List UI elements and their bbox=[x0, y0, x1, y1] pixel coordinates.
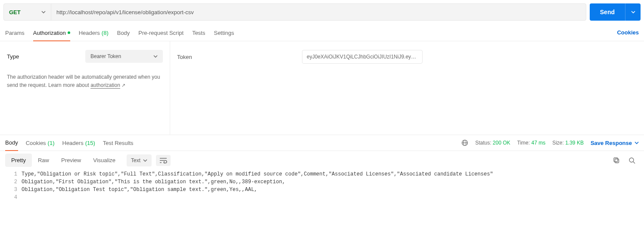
send-dropdown-button[interactable] bbox=[625, 3, 641, 21]
wrap-icon bbox=[159, 157, 167, 163]
tab-body[interactable]: Body bbox=[117, 25, 130, 41]
cookies-link[interactable]: Cookies bbox=[617, 24, 639, 41]
svg-point-7 bbox=[629, 158, 634, 162]
code-line bbox=[22, 194, 644, 201]
save-response-button[interactable]: Save Response bbox=[591, 140, 639, 146]
view-mode-pretty[interactable]: Pretty bbox=[5, 154, 32, 167]
tab-settings[interactable]: Settings bbox=[214, 25, 234, 41]
authorization-doc-link[interactable]: authorization bbox=[90, 82, 120, 89]
code-line: Type,"Obligation or Risk topic","Full Te… bbox=[22, 170, 644, 178]
auth-type-value: Bearer Token bbox=[90, 53, 121, 59]
external-link-icon: ↗ bbox=[121, 83, 125, 88]
chevron-down-icon bbox=[153, 55, 158, 58]
line-gutter: 1 2 3 4 bbox=[0, 170, 22, 201]
token-label: Token bbox=[177, 54, 302, 60]
auth-type-label: Type bbox=[7, 53, 19, 60]
chevron-down-icon bbox=[631, 11, 635, 13]
view-mode-visualize[interactable]: Visualize bbox=[87, 154, 121, 167]
view-mode-preview[interactable]: Preview bbox=[55, 154, 87, 167]
response-tab-headers[interactable]: Headers (15) bbox=[62, 135, 95, 151]
response-tab-test-results[interactable]: Test Results bbox=[103, 135, 134, 151]
svg-rect-5 bbox=[615, 159, 619, 163]
status-block: Status: 200 OK bbox=[475, 140, 510, 146]
active-indicator-icon bbox=[68, 31, 70, 34]
time-block: Time: 47 ms bbox=[517, 140, 546, 146]
response-body[interactable]: 1 2 3 4 Type,"Obligation or Risk topic",… bbox=[0, 169, 644, 202]
tab-tests[interactable]: Tests bbox=[192, 25, 205, 41]
token-input[interactable]: eyJ0eXAiOiJKV1QiLCJhbGciOiJIUzI1NiJ9.ey… bbox=[302, 50, 423, 64]
request-url-text: http://localhost/repo/api/v1/license/obl… bbox=[56, 9, 194, 15]
svg-line-8 bbox=[633, 162, 635, 163]
size-block: Size: 1.39 KB bbox=[552, 140, 584, 146]
response-tab-cookies[interactable]: Cookies (1) bbox=[26, 135, 55, 151]
http-method-value: GET bbox=[9, 9, 21, 15]
auth-type-select[interactable]: Bearer Token bbox=[85, 50, 163, 63]
token-value: eyJ0eXAiOiJKV1QiLCJhbGciOiJIUzI1NiJ9.ey… bbox=[307, 54, 416, 60]
code-lines: Type,"Obligation or Risk topic","Full Te… bbox=[22, 170, 644, 201]
copy-button[interactable] bbox=[613, 157, 620, 164]
http-method-select[interactable]: GET bbox=[4, 4, 51, 20]
tab-authorization[interactable]: Authorization bbox=[33, 25, 70, 41]
copy-icon bbox=[613, 157, 620, 164]
svg-rect-6 bbox=[614, 158, 618, 162]
code-line: Obligation,"Obligation Test topic","Obli… bbox=[22, 186, 644, 194]
auth-description: The authorization header will be automat… bbox=[7, 73, 162, 89]
globe-icon[interactable] bbox=[461, 139, 468, 146]
search-button[interactable] bbox=[628, 157, 635, 164]
view-mode-raw[interactable]: Raw bbox=[32, 154, 55, 167]
chevron-down-icon bbox=[143, 159, 147, 162]
search-icon bbox=[628, 157, 635, 164]
code-line: Obligation,"First Obligation","This is t… bbox=[22, 178, 644, 186]
tab-params[interactable]: Params bbox=[5, 25, 25, 41]
response-tab-body[interactable]: Body bbox=[5, 135, 18, 151]
send-button[interactable]: Send bbox=[590, 3, 625, 21]
tab-headers[interactable]: Headers (8) bbox=[79, 25, 109, 41]
body-type-select[interactable]: Text bbox=[127, 154, 152, 166]
tab-pre-request-script[interactable]: Pre-request Script bbox=[138, 25, 184, 41]
request-url-input[interactable]: http://localhost/repo/api/v1/license/obl… bbox=[51, 4, 586, 20]
wrap-toggle-button[interactable] bbox=[156, 155, 171, 166]
chevron-down-icon bbox=[635, 142, 639, 144]
chevron-down-icon bbox=[41, 11, 46, 13]
